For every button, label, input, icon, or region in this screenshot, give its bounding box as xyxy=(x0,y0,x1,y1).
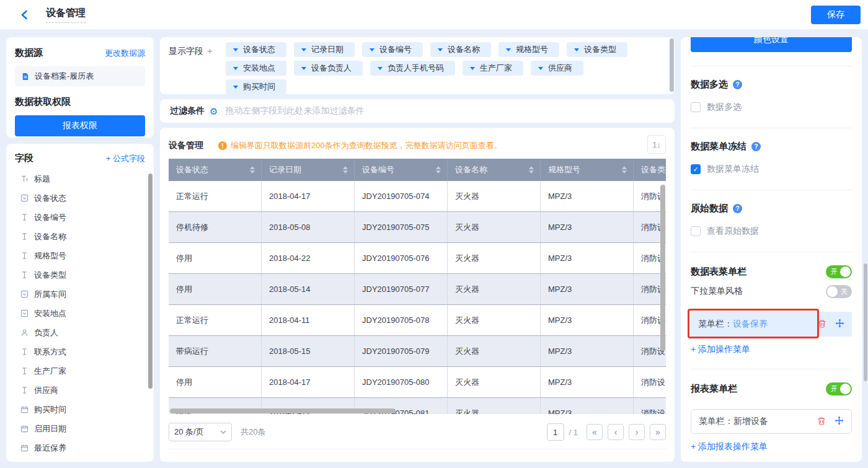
field-item-spec[interactable]: 规格型号 xyxy=(15,246,145,265)
field-item-contact[interactable]: 联系方式 xyxy=(15,342,145,361)
add-report-menu-link[interactable]: + 添加报表操作菜单 xyxy=(691,441,852,453)
checkbox-unchecked xyxy=(691,102,701,112)
column-header[interactable]: 设备名称 xyxy=(448,159,541,181)
column-header[interactable]: 记录日期 xyxy=(262,159,355,181)
field-tag[interactable]: 购买时间 xyxy=(226,79,286,94)
main-panel-scrollbar[interactable] xyxy=(670,38,674,92)
add-action-menu-link[interactable]: + 添加操作菜单 xyxy=(691,344,852,355)
fields-scrollbar[interactable] xyxy=(148,174,153,389)
field-item-device-no[interactable]: 设备编号 xyxy=(15,208,145,227)
report-permission-button[interactable]: 报表权限 xyxy=(15,115,145,136)
back-icon[interactable] xyxy=(16,7,32,23)
multi-select-title: 数据多选 xyxy=(691,79,728,91)
field-tag[interactable]: 设备状态 xyxy=(226,42,286,57)
page-size-select[interactable]: 20 条/页 xyxy=(169,423,232,441)
menu-item-value[interactable]: 设备保养 xyxy=(733,319,768,329)
field-item-device-name[interactable]: 设备名称 xyxy=(15,227,145,246)
cell: JDY20190705-080 xyxy=(355,367,448,397)
first-page-button[interactable]: « xyxy=(587,424,603,440)
next-page-button[interactable]: › xyxy=(629,424,645,440)
trash-icon[interactable] xyxy=(817,417,826,427)
sort-arrows-icon xyxy=(343,166,348,174)
page-number-input[interactable]: 1 xyxy=(547,423,564,441)
field-tag[interactable]: 负责人手机号码 xyxy=(370,61,455,76)
field-item-device-status[interactable]: 设备状态 xyxy=(15,188,145,208)
cell: MPZ/3 xyxy=(541,398,634,414)
field-tag[interactable]: 安装地点 xyxy=(226,61,286,76)
filter-dropzone[interactable]: 过滤条件 ⚙ 拖动左侧字段到此处来添加过滤条件 xyxy=(160,99,675,123)
trash-icon[interactable] xyxy=(818,319,826,330)
datasource-item[interactable]: 设备档案-履历表 xyxy=(15,66,145,86)
chevron-down-icon xyxy=(574,48,579,51)
cell: 灭火器 xyxy=(448,305,541,335)
raw-data-checkbox[interactable]: 查看原始数据 xyxy=(691,226,852,237)
move-icon[interactable] xyxy=(835,319,844,330)
field-tag[interactable]: 设备编号 xyxy=(362,42,423,57)
column-header[interactable]: 设备编号 xyxy=(355,159,448,181)
add-display-field-button[interactable]: + xyxy=(207,45,213,56)
last-page-button[interactable]: » xyxy=(650,424,666,440)
column-label: 设备类型 xyxy=(641,164,666,175)
fields-title: 字段 xyxy=(15,152,33,164)
field-item-manufacturer[interactable]: 生产厂家 xyxy=(15,361,145,381)
field-item-supplier[interactable]: 供应商 xyxy=(15,381,145,400)
field-item-enable-date[interactable]: 启用日期 xyxy=(15,419,145,438)
menu-bar-item-new-device[interactable]: 菜单栏：新增设备 xyxy=(691,409,852,434)
field-item-title[interactable]: 标题 xyxy=(15,169,145,188)
field-tag[interactable]: 记录日期 xyxy=(294,42,355,57)
dropdown-style-label: 下拉菜单风格 xyxy=(691,286,743,297)
table-row: 停用2018-05-14JDY20190705-077灭火器MPZ/3消防设备 xyxy=(169,274,666,305)
field-label: 设备状态 xyxy=(34,193,66,204)
column-header[interactable]: 设备类型 xyxy=(634,159,666,181)
multi-select-checkbox[interactable]: 数据多选 xyxy=(691,102,852,113)
field-item-location[interactable]: 安装地点 xyxy=(15,304,145,323)
title-icon xyxy=(20,175,29,183)
report-menu-toggle[interactable]: 开 xyxy=(826,382,852,395)
gear-icon[interactable]: ⚙ xyxy=(210,107,218,116)
change-datasource-link[interactable]: 更改数据源 xyxy=(105,48,145,59)
menu-bar-item-maintenance[interactable]: 菜单栏：设备保养 xyxy=(691,312,852,337)
field-tag-label: 设备状态 xyxy=(243,44,275,55)
raw-data-title: 原始数据 xyxy=(691,203,728,214)
field-label: 标题 xyxy=(34,174,50,185)
help-icon[interactable]: ? xyxy=(733,204,742,213)
color-settings-button[interactable]: 颜色设置 xyxy=(691,37,852,52)
table-menu-toggle[interactable]: 开 xyxy=(826,265,852,278)
field-label: 供应商 xyxy=(34,385,58,396)
help-icon[interactable]: ? xyxy=(751,142,761,151)
data-table: 设备状态 记录日期 设备编号 设备名称 规格型号 设备类型 正常运行2018-0… xyxy=(169,159,666,414)
cell: 灭火器 xyxy=(448,336,541,366)
table-horizontal-scrollbar[interactable] xyxy=(170,408,396,413)
field-item-owner[interactable]: 负责人 xyxy=(15,323,145,342)
field-tag[interactable]: 设备负责人 xyxy=(294,61,363,76)
field-item-workshop[interactable]: 所属车间 xyxy=(15,285,145,304)
chevron-down-icon xyxy=(538,67,543,70)
menu-freeze-checkbox[interactable]: ✓ 数据菜单冻结 xyxy=(691,164,852,175)
table-vertical-scrollbar[interactable] xyxy=(660,185,665,351)
left-panel: 数据源 更改数据源 设备档案-履历表 数据获取权限 报表权限 字段 + 公式字段 xyxy=(6,37,154,462)
column-header[interactable]: 设备状态 xyxy=(169,159,262,181)
prev-page-button[interactable]: ‹ xyxy=(608,424,624,440)
field-item-device-type[interactable]: 设备类型 xyxy=(15,265,145,285)
field-tag[interactable]: 供应商 xyxy=(531,61,583,76)
column-header[interactable]: 规格型号 xyxy=(541,159,634,181)
field-label: 生产厂家 xyxy=(34,366,66,377)
checkbox-label: 数据多选 xyxy=(707,102,742,113)
formula-field-link[interactable]: + 公式字段 xyxy=(106,153,145,164)
field-tag[interactable]: 规格型号 xyxy=(498,42,559,57)
cell: 停用 xyxy=(169,243,262,273)
page-count: / 1 xyxy=(569,428,578,437)
cell: 停机待修 xyxy=(169,212,262,242)
field-item-purchase-date[interactable]: 购买时间 xyxy=(15,400,145,419)
settings-scrollbar[interactable] xyxy=(864,263,867,381)
sort-order-icon[interactable]: 1↓ xyxy=(647,135,666,154)
field-item-last-maintenance[interactable]: 最近保养 xyxy=(15,438,145,457)
dropdown-style-toggle[interactable]: 关 xyxy=(826,285,852,298)
save-button[interactable]: 保存 xyxy=(811,6,861,24)
help-icon[interactable]: ? xyxy=(733,80,742,89)
field-tag[interactable]: 设备类型 xyxy=(567,42,627,57)
field-tag[interactable]: 生产厂家 xyxy=(463,61,523,76)
field-tag[interactable]: 设备名称 xyxy=(430,42,491,57)
menu-item-value[interactable]: 新增设备 xyxy=(733,416,768,426)
move-icon[interactable] xyxy=(835,416,844,427)
